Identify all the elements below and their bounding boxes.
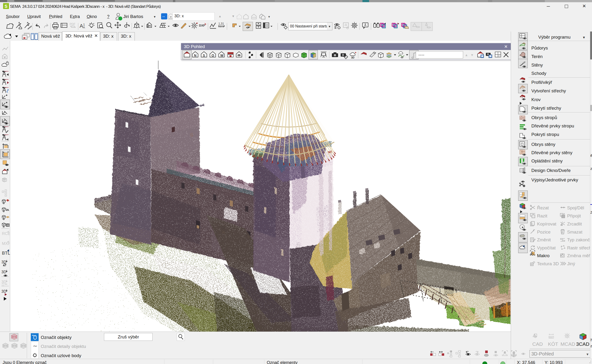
svg-text:3D: 3D — [1, 280, 6, 284]
svg-text:DXF: DXF — [199, 24, 205, 27]
svg-text:A: A — [83, 26, 85, 29]
svg-text:3D: 3D — [1, 289, 6, 293]
svg-text:3D: 3D — [1, 270, 6, 274]
svg-text:MXF: MXF — [2, 241, 10, 246]
svg-text:RCE: RCE — [2, 231, 10, 236]
svg-text:A: A — [80, 23, 83, 29]
svg-text:PDF: PDF — [70, 22, 75, 26]
svg-text:1,31: 1,31 — [218, 22, 224, 25]
svg-text:3D: 3D — [1, 260, 6, 264]
